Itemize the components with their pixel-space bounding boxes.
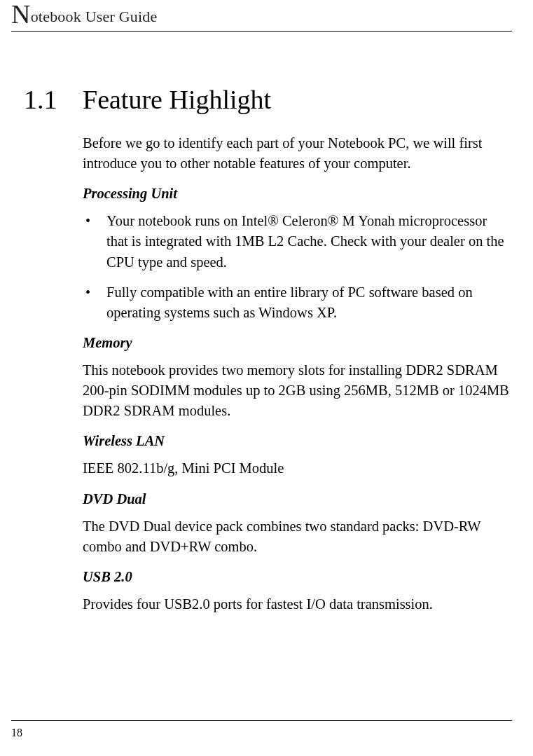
page-header: Notebook User Guide (11, 0, 512, 32)
subhead-memory: Memory (83, 333, 512, 353)
dvd-dual-paragraph: The DVD Dual device pack combines two st… (83, 516, 512, 557)
subhead-dvd-dual: DVD Dual (83, 489, 512, 509)
list-item: Fully compatible with an entire library … (83, 282, 512, 323)
section-number: 1.1 (24, 84, 83, 115)
list-item: Your notebook runs on Intel® Celeron® M … (83, 211, 512, 272)
section-heading-row: 1.1 Feature Highlight (24, 84, 512, 115)
section-body: Before we go to identify each part of yo… (83, 133, 512, 614)
intro-paragraph: Before we go to identify each part of yo… (83, 133, 512, 174)
subhead-usb: USB 2.0 (83, 567, 512, 587)
section-title: Feature Highlight (83, 84, 271, 115)
wireless-lan-paragraph: IEEE 802.11b/g, Mini PCI Module (83, 458, 512, 479)
header-rest: otebook User Guide (31, 8, 158, 25)
memory-paragraph: This notebook provides two memory slots … (83, 360, 512, 421)
subhead-wireless-lan: Wireless LAN (83, 431, 512, 451)
header-title: Notebook User Guide (11, 8, 157, 26)
processing-unit-list: Your notebook runs on Intel® Celeron® M … (83, 211, 512, 323)
header-dropcap: N (11, 0, 31, 29)
subhead-processing-unit: Processing Unit (83, 184, 512, 204)
page: Notebook User Guide 1.1 Feature Highligh… (0, 0, 533, 756)
content-area: 1.1 Feature Highlight Before we go to id… (24, 84, 512, 624)
page-footer: 18 (11, 720, 512, 739)
usb-paragraph: Provides four USB2.0 ports for fastest I… (83, 594, 512, 614)
page-number: 18 (11, 727, 22, 738)
